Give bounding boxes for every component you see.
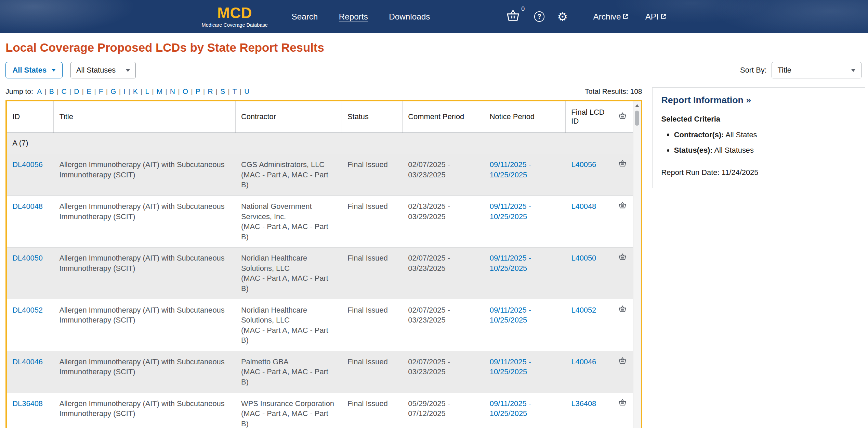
contractor-name: Noridian Healthcare Solutions, LLC: [241, 253, 337, 273]
filter-row: All States All Statuses Sort By: Title: [0, 62, 868, 78]
criteria-item: Status(es): All Statuses: [667, 146, 856, 155]
statuses-filter-select[interactable]: All Statuses: [70, 62, 136, 78]
column-header-final-lcd-id: Final LCD ID: [566, 101, 612, 133]
add-to-basket-icon[interactable]: [618, 160, 627, 190]
separator: |: [119, 87, 121, 95]
proposed-lcd-id-link[interactable]: DL40050: [12, 254, 43, 262]
notice-period-link[interactable]: 09/11/2025 - 10/25/2025: [490, 306, 531, 324]
sort-by-label: Sort By:: [740, 66, 767, 75]
jump-letter-g[interactable]: G: [110, 87, 116, 95]
final-lcd-id-link[interactable]: L40052: [571, 306, 596, 314]
notice-period-link[interactable]: 09/11/2025 - 10/25/2025: [490, 357, 531, 376]
jump-letter-b[interactable]: B: [49, 87, 54, 95]
jump-letter-l[interactable]: L: [145, 87, 149, 95]
jump-letter-k[interactable]: K: [133, 87, 138, 95]
separator: |: [106, 87, 108, 95]
final-lcd-id-link[interactable]: L40046: [571, 357, 596, 366]
jump-letter-t[interactable]: T: [233, 87, 237, 95]
report-run-date-label: Report Run Date:: [661, 168, 720, 177]
sort-by-select[interactable]: Title: [772, 62, 861, 78]
bullet-icon: [667, 149, 669, 152]
proposed-lcd-id-link[interactable]: DL40052: [12, 306, 43, 314]
notice-period-link[interactable]: 09/11/2025 - 10/25/2025: [490, 202, 531, 221]
add-to-basket-icon[interactable]: [618, 201, 627, 242]
basket-button[interactable]: 0: [506, 9, 520, 24]
jump-letter-o[interactable]: O: [183, 87, 188, 95]
final-lcd-id-link[interactable]: L40050: [571, 254, 596, 262]
external-link-icon: [621, 12, 629, 22]
add-to-basket-icon[interactable]: [618, 305, 627, 345]
separator: |: [191, 87, 193, 95]
separator: |: [165, 87, 167, 95]
notice-period-link[interactable]: 09/11/2025 - 10/25/2025: [490, 399, 531, 418]
chevron-down-icon: [851, 69, 855, 72]
jump-letter-c[interactable]: C: [61, 87, 66, 95]
contractor-cell: Palmetto GBA (MAC - Part A, MAC - Part B…: [236, 351, 342, 393]
add-to-basket-icon[interactable]: [618, 253, 627, 293]
content-area: Jump to: A|B|C|D|E|F|G|I|K|L|M|N|O|P|R|S…: [0, 87, 868, 428]
status: Final Issued: [342, 299, 403, 351]
jump-letter-f[interactable]: F: [99, 87, 103, 95]
nav-downloads[interactable]: Downloads: [389, 12, 430, 22]
notice-period-link[interactable]: 09/11/2025 - 10/25/2025: [490, 160, 531, 179]
jump-letter-s[interactable]: S: [220, 87, 225, 95]
column-header-comment-period: Comment Period: [403, 101, 484, 133]
states-filter-button[interactable]: All States: [5, 62, 63, 78]
final-lcd-id-link[interactable]: L40048: [571, 202, 596, 211]
results-table: ID Title Contractor Status Comment Perio…: [5, 100, 642, 428]
status: Final Issued: [342, 154, 403, 196]
total-results-label: Total Results:: [585, 87, 628, 95]
basket-count-badge: 0: [521, 5, 525, 13]
column-header-status: Status: [342, 101, 403, 133]
report-information-heading[interactable]: Report Information »: [661, 95, 856, 105]
jump-letter-e[interactable]: E: [87, 87, 91, 95]
contractor-name: National Government Services, Inc.: [241, 201, 337, 222]
help-icon[interactable]: ?: [534, 11, 545, 22]
jump-letter-r[interactable]: R: [208, 87, 213, 95]
separator: |: [228, 87, 229, 95]
external-link-icon: [659, 12, 667, 22]
contractor-cell: National Government Services, Inc. (MAC …: [236, 196, 342, 247]
column-header-id: ID: [7, 101, 54, 133]
add-to-basket-icon[interactable]: [618, 399, 627, 428]
jump-letter-p[interactable]: P: [196, 87, 200, 95]
nav-search[interactable]: Search: [291, 12, 318, 22]
jump-letter-m[interactable]: M: [157, 87, 163, 95]
jump-letter-n[interactable]: N: [170, 87, 175, 95]
settings-gear-icon[interactable]: ⚙: [557, 11, 568, 23]
jump-letter-u[interactable]: U: [244, 87, 249, 95]
final-lcd-id-link[interactable]: L36408: [571, 399, 596, 408]
proposed-lcd-id-link[interactable]: DL40056: [12, 160, 43, 169]
criteria-label: Status(es):: [674, 146, 713, 154]
proposed-lcd-id-link[interactable]: DL36408: [12, 399, 43, 408]
column-header-title: Title: [54, 101, 236, 133]
jump-letter-d[interactable]: D: [74, 87, 79, 95]
separator: |: [94, 87, 96, 95]
add-to-basket-icon[interactable]: [618, 357, 627, 387]
table-row: DL36408 Allergen Immunotherapy (AIT) wit…: [7, 393, 633, 428]
basket-icon: [506, 9, 520, 24]
lcd-title: Allergen Immunotherapy (AIT) with Subcut…: [54, 196, 236, 247]
contractor-cell: Noridian Healthcare Solutions, LLC (MAC …: [236, 299, 342, 351]
nav-reports[interactable]: Reports: [339, 12, 368, 22]
jump-to-label: Jump to:: [5, 87, 33, 96]
final-lcd-id-link[interactable]: L40056: [571, 160, 596, 169]
contractor-cell: CGS Administrators, LLC (MAC - Part A, M…: [236, 154, 342, 196]
proposed-lcd-id-link[interactable]: DL40048: [12, 202, 43, 211]
jump-letter-i[interactable]: I: [123, 87, 126, 95]
scroll-up-arrow-icon[interactable]: [635, 104, 639, 107]
proposed-lcd-id-link[interactable]: DL40046: [12, 357, 43, 366]
mcd-logo[interactable]: MCD Medicare Coverage Database: [202, 5, 268, 28]
table-header-row: ID Title Contractor Status Comment Perio…: [7, 101, 641, 133]
api-link[interactable]: API: [645, 12, 667, 22]
page-title: Local Coverage Proposed LCDs by State Re…: [5, 41, 860, 54]
notice-period-link[interactable]: 09/11/2025 - 10/25/2025: [490, 254, 531, 272]
column-header-contractor: Contractor: [236, 101, 342, 133]
scrollbar-thumb[interactable]: [635, 111, 639, 126]
table-row: DL40046 Allergen Immunotherapy (AIT) wit…: [7, 351, 633, 393]
contractor-type: (MAC - Part A, MAC - Part B): [241, 273, 337, 293]
archive-link[interactable]: Archive: [593, 12, 629, 22]
table-scrollbar[interactable]: [633, 101, 641, 428]
header-tools: 0 ? ⚙ Archive API: [506, 9, 666, 24]
jump-letter-a[interactable]: A: [37, 87, 42, 95]
